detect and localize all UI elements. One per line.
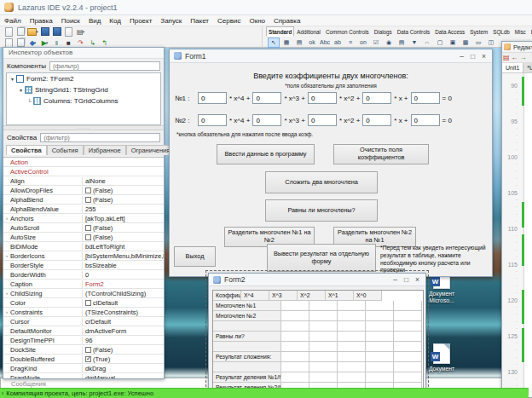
back-arrow-icon[interactable]: ← (512, 54, 518, 61)
editor-titlebar[interactable]: Редакто (502, 42, 532, 53)
checkbox-icon[interactable] (85, 356, 91, 362)
grid-cell[interactable] (309, 311, 338, 321)
property-row[interactable]: BiDiMode bdLeftToRight (3, 242, 164, 251)
grid-cell[interactable] (394, 352, 422, 362)
grid-cell[interactable] (309, 321, 338, 332)
menu-item[interactable]: Правка (26, 15, 57, 26)
grid-cell[interactable] (394, 362, 422, 372)
property-row[interactable]: AutoScroll (False) (3, 223, 164, 233)
tree-node-stringgrid[interactable]: ▾ StringGrid1: TStringGrid (7, 84, 160, 95)
component-icon[interactable]: ab (332, 37, 344, 48)
coeff-input[interactable] (362, 92, 391, 104)
checkbox-icon[interactable] (85, 187, 91, 193)
component-icon[interactable]: ≡ (344, 37, 356, 48)
property-row[interactable]: › BorderIcons [biSystemMenu,biMinimize,b… (3, 251, 164, 261)
checkbox-icon[interactable] (85, 225, 91, 231)
component-icon[interactable]: ▣ (447, 37, 459, 48)
toolbar-button[interactable]: ▾ (15, 38, 26, 48)
property-row[interactable]: Color clDefault (3, 298, 164, 308)
grid-cell[interactable] (338, 352, 366, 362)
grid-row[interactable]: Результат сложения: (213, 352, 423, 362)
minimize-icon[interactable]: – (390, 274, 401, 286)
palette-tab[interactable]: Data Controls (395, 26, 433, 37)
grid-cell[interactable] (366, 301, 394, 311)
menu-item[interactable]: Окно (245, 15, 269, 26)
checkbox-icon[interactable] (85, 234, 91, 240)
grid-cell[interactable] (309, 372, 338, 383)
palette-tab[interactable]: Additional (294, 26, 323, 37)
component-icon[interactable]: ▩ (460, 37, 471, 48)
palette-tab[interactable]: SQLdb (490, 26, 512, 37)
coeff-input[interactable] (198, 92, 227, 104)
coeff-input[interactable] (308, 92, 337, 104)
grid-cell[interactable] (281, 311, 309, 321)
desktop-icon-word-document[interactable]: W Документ (421, 343, 462, 372)
editor-tab[interactable]: Unit1 (502, 63, 523, 72)
grid-cell[interactable] (281, 372, 309, 383)
dropdown-caret-icon[interactable]: ▾ (34, 38, 37, 48)
property-row[interactable]: AllowDropFiles (False) (3, 186, 164, 195)
grid-cell[interactable] (394, 342, 422, 352)
toolbar-button[interactable]: ↷▾ (75, 38, 86, 48)
property-row[interactable]: AlphaBlend (False) (3, 195, 164, 205)
close-icon[interactable]: × (412, 274, 423, 286)
menu-item[interactable]: Код (105, 15, 125, 26)
grid-cell[interactable] (366, 342, 394, 352)
expand-icon[interactable]: › (3, 309, 10, 314)
coeff-input[interactable] (308, 114, 337, 126)
component-icon[interactable]: ▼ (408, 37, 420, 48)
palette-tab[interactable]: Misc (512, 26, 529, 37)
coeff-input[interactable] (362, 114, 391, 126)
add-polynomials-button[interactable]: Сложить два многочлена (265, 171, 378, 193)
maximize-icon[interactable]: □ (467, 50, 478, 62)
properties-filter-input[interactable] (40, 133, 160, 142)
grid-cell[interactable] (366, 332, 394, 342)
component-icon[interactable]: ◫ (485, 37, 497, 48)
expand-icon[interactable]: › (3, 216, 10, 221)
inspector-tab[interactable]: События (47, 145, 84, 155)
grid-cell[interactable] (338, 342, 366, 352)
property-row[interactable]: AlphaBlendValue 255 (3, 205, 164, 214)
grid-cell[interactable] (281, 332, 309, 342)
checkbox-icon[interactable] (85, 197, 91, 203)
exit-button[interactable]: Выход (174, 246, 216, 267)
grid-cell[interactable] (338, 332, 366, 342)
component-icon[interactable]: ⇔ (421, 37, 433, 48)
grid-cell[interactable] (338, 372, 366, 383)
property-row[interactable]: › Anchors [akTop,akLeft] (3, 214, 164, 223)
coeff-input[interactable] (252, 92, 281, 104)
clear-fields-button[interactable]: Очистить поля коэффициентов (333, 144, 429, 164)
grid-cell[interactable] (366, 311, 394, 321)
toolbar-button[interactable]: ↰▾ (99, 38, 110, 48)
grid-row[interactable]: Равны ли? (213, 332, 423, 342)
component-icon[interactable]: ▤ (396, 37, 408, 48)
object-inspector-title[interactable]: Инспектор объектов (3, 48, 164, 59)
grid-cell[interactable] (366, 352, 394, 362)
component-icon[interactable]: ▭ (472, 37, 484, 48)
property-row[interactable]: DragKind dkDrag (3, 364, 164, 373)
component-icon[interactable]: ◉ (383, 37, 395, 48)
coeff-input[interactable] (411, 114, 440, 126)
menu-item[interactable]: Вид (84, 15, 105, 26)
component-icon[interactable]: ok (306, 37, 318, 48)
component-icon[interactable]: ↖ (268, 37, 280, 48)
grid-cell[interactable] (309, 301, 338, 311)
collapse-icon[interactable]: ▾ (17, 87, 25, 93)
property-row[interactable]: DockSite (False) (3, 345, 164, 355)
toolbar-button[interactable]: ▾ (39, 27, 50, 37)
component-icon[interactable]: Abc (319, 37, 331, 48)
grid-cell[interactable] (338, 311, 366, 321)
grid-cell[interactable] (394, 311, 422, 321)
grid-cell[interactable] (281, 301, 309, 311)
property-row[interactable]: Action (3, 158, 164, 167)
toolbar-button[interactable]: ▤▾ (75, 27, 86, 37)
coeff-input[interactable] (252, 114, 281, 126)
coeff-input[interactable] (411, 92, 440, 104)
toolbar-button[interactable]: ▾ (27, 27, 38, 37)
minimize-icon[interactable]: – (456, 50, 467, 62)
tree-node-form2[interactable]: ▾ Form2: TForm2 (7, 73, 160, 84)
palette-tab[interactable]: Common Controls (323, 26, 372, 37)
grid-cell[interactable] (394, 332, 422, 342)
grid-cell[interactable] (281, 362, 309, 372)
toolbar-button[interactable]: ↳▾ (87, 38, 98, 48)
